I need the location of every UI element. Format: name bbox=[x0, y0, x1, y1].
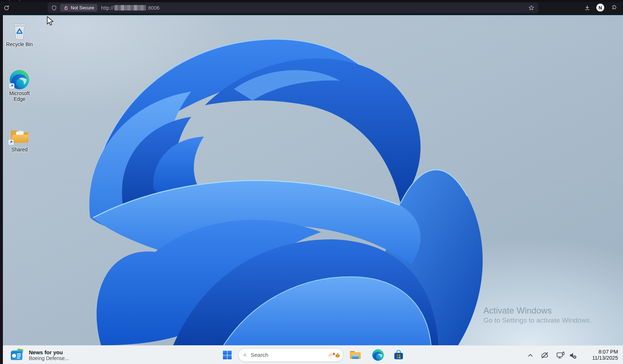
tray-cloud-button[interactable] bbox=[540, 350, 550, 360]
edge-icon bbox=[372, 349, 384, 361]
download-icon bbox=[584, 5, 591, 11]
search-icon bbox=[244, 352, 247, 358]
desktop-icon-microsoft-edge[interactable]: Microsoft Edge bbox=[3, 68, 36, 102]
desktop: Recycle Bin Microsoft Edge bbox=[3, 15, 623, 345]
account-button[interactable]: N bbox=[596, 4, 604, 12]
clock-date: 11/13/2025 bbox=[592, 355, 618, 361]
tray-network-button[interactable] bbox=[556, 350, 566, 360]
widget-title: News for you bbox=[29, 349, 69, 355]
url-port: :8006 bbox=[147, 5, 159, 11]
reload-button[interactable] bbox=[2, 4, 11, 12]
url-scheme: http:// bbox=[101, 5, 114, 11]
activation-watermark: Activate Windows Go to Settings to activ… bbox=[483, 306, 592, 325]
tab-separator bbox=[9, 0, 10, 1]
tray-volume-button[interactable] bbox=[568, 350, 578, 360]
security-chip[interactable]: Not Secure bbox=[60, 4, 97, 12]
widgets-button[interactable]: News for you Boeing Defense... bbox=[7, 347, 72, 363]
extensions-button[interactable] bbox=[610, 4, 618, 12]
search-input[interactable] bbox=[250, 351, 324, 359]
desktop-icon-label: Shared bbox=[11, 147, 27, 152]
widget-subtitle: Boeing Defense... bbox=[29, 355, 69, 361]
microsoft-store-button[interactable] bbox=[392, 349, 405, 361]
cloud-offline-icon bbox=[540, 351, 549, 360]
taskbar-search[interactable] bbox=[238, 348, 343, 362]
url-text: http:// :8006 bbox=[101, 5, 159, 11]
start-button[interactable] bbox=[221, 349, 234, 361]
clock-time: 8:07 PM bbox=[592, 349, 618, 355]
tab-strip bbox=[0, 0, 623, 2]
shortcut-arrow-icon bbox=[8, 139, 14, 146]
lock-slash-icon bbox=[63, 5, 69, 10]
tab-separator bbox=[19, 0, 20, 1]
address-bar[interactable]: Not Secure http:// :8006 bbox=[48, 3, 538, 13]
shortcut-arrow-icon bbox=[9, 83, 14, 90]
desktop-top-edge bbox=[3, 15, 623, 16]
screen: Not Secure http:// :8006 N bbox=[0, 0, 623, 364]
recycle-bin-icon bbox=[11, 22, 28, 40]
widgets-icon bbox=[10, 349, 25, 361]
reload-icon bbox=[3, 5, 10, 11]
security-label: Not Secure bbox=[71, 5, 94, 10]
autumn-decoration-icon bbox=[327, 350, 341, 360]
desktop-icon-recycle-bin[interactable]: Recycle Bin bbox=[3, 19, 36, 47]
account-initial: N bbox=[596, 4, 604, 12]
tray-chevron-icon bbox=[527, 352, 534, 358]
desktop-icon-shared[interactable]: Shared bbox=[3, 125, 36, 152]
extensions-puzzle-icon bbox=[611, 5, 617, 11]
browser-toolbar: Not Secure http:// :8006 N bbox=[0, 0, 623, 15]
desktop-icon-label: Microsoft Edge bbox=[3, 90, 36, 102]
tray-show-hidden-button[interactable] bbox=[525, 350, 535, 360]
bookmark-star-icon[interactable] bbox=[528, 5, 535, 11]
taskbar: News for you Boeing Defense... bbox=[3, 345, 623, 364]
watermark-line2: Go to Settings to activate Windows. bbox=[483, 316, 592, 325]
tray-clock[interactable]: 8:07 PM 11/13/2025 bbox=[592, 349, 618, 361]
window-edge-strip bbox=[0, 15, 3, 364]
shield-icon[interactable] bbox=[51, 5, 57, 11]
wallpaper-bloom bbox=[3, 15, 623, 345]
watermark-line1: Activate Windows bbox=[483, 306, 592, 316]
microsoft-store-icon bbox=[392, 349, 405, 361]
file-explorer-button[interactable] bbox=[349, 349, 362, 361]
file-explorer-icon bbox=[349, 349, 361, 361]
edge-button[interactable] bbox=[372, 349, 385, 361]
url-redacted-host bbox=[114, 5, 146, 10]
downloads-button[interactable] bbox=[583, 4, 591, 12]
volume-muted-icon bbox=[569, 351, 577, 360]
mouse-cursor-icon bbox=[46, 16, 55, 26]
start-icon bbox=[223, 350, 232, 360]
network-display-icon bbox=[556, 351, 565, 360]
desktop-icon-label: Recycle Bin bbox=[6, 41, 33, 47]
